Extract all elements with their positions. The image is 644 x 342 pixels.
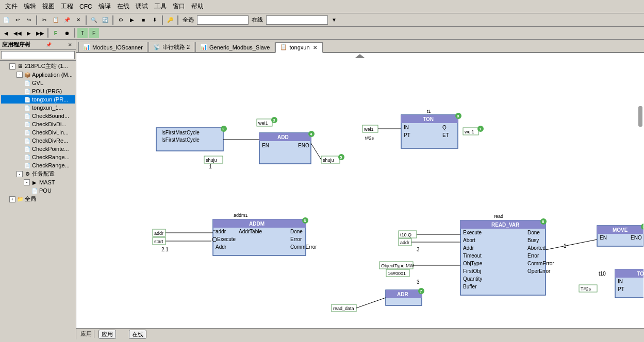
delete-btn[interactable]: ✕ (73, 15, 84, 25)
sidebar-search-input[interactable] (1, 51, 75, 59)
compile-btn[interactable]: ⚙ (115, 15, 126, 25)
tree-label-tongxun: tongxun (PR... (32, 96, 68, 102)
tree-item-pou-mast[interactable]: 📄 POU (1, 186, 75, 195)
t2-toggle1[interactable]: T (77, 28, 88, 38)
menu-file[interactable]: 文件 (2, 1, 21, 12)
t2-btn5[interactable]: F (51, 28, 61, 38)
svg-text:Error: Error (527, 253, 539, 259)
online-input[interactable] (197, 15, 249, 25)
svg-line-42 (311, 143, 321, 160)
menu-window[interactable]: 窗口 (170, 1, 188, 12)
tree-label-checkdivre: CheckDivRe... (32, 138, 68, 144)
svg-rect-177 (638, 106, 642, 127)
sep1 (36, 15, 37, 25)
svg-text:READ_VAR: READ_VAR (491, 222, 520, 228)
search-btn[interactable]: 🔍 (89, 15, 99, 25)
menu-compile[interactable]: 编译 (95, 1, 114, 12)
menu-online[interactable]: 在线 (114, 1, 133, 12)
tree-item-checkrange2[interactable]: 📄 CheckRange... (1, 161, 75, 169)
diagram-canvas[interactable]: wei1 3 IsFirstMastCycle IsFirstMastCycle… (76, 53, 644, 328)
checkdivlin-icon: 📄 (24, 129, 31, 136)
tree-item-pou[interactable]: 📄 POU (PRG) (1, 87, 75, 95)
tree-label-checkbound: CheckBound... (32, 113, 69, 119)
sidebar: 应用程序树 📌 ✕ - 🖥 218PLC主站 (1... - 📦 A (0, 40, 76, 339)
status-online-btn[interactable]: 在线 (129, 330, 146, 339)
tree-item-checkdivlin[interactable]: 📄 CheckDivLin... (1, 128, 75, 136)
cut-btn[interactable]: ✂ (39, 15, 49, 25)
tab-close-tongxun[interactable]: ✕ (312, 45, 318, 50)
svg-text:addr: addr (216, 229, 226, 234)
svg-text:Abort: Abort (463, 237, 475, 243)
menubar: 文件 编辑 视图 工程 CFC 编译 在线 调试 工具 窗口 帮助 (0, 0, 644, 13)
menu-help[interactable]: 帮助 (188, 1, 207, 12)
t2-btn4[interactable]: ▶▶ (35, 28, 45, 38)
svg-text:addm1: addm1 (234, 213, 248, 218)
diagram-svg: wei1 3 IsFirstMastCycle IsFirstMastCycle… (76, 53, 643, 328)
t2-btn6[interactable]: ⏺ (62, 28, 72, 38)
svg-text:Error: Error (290, 236, 302, 242)
dropdown-btn[interactable]: ▼ (329, 15, 339, 25)
replace-btn[interactable]: 🔄 (100, 15, 110, 25)
login-btn[interactable]: 🔑 (165, 15, 175, 25)
new-btn[interactable]: 📄 (1, 15, 11, 25)
svg-text:ENO: ENO (298, 143, 309, 148)
menu-view[interactable]: 视图 (39, 1, 58, 12)
expand-global[interactable]: + (9, 196, 15, 202)
online-value-input[interactable] (266, 15, 328, 25)
paste-btn[interactable]: 📌 (62, 15, 72, 25)
expand-taskconfig[interactable]: - (16, 171, 23, 177)
svg-text:4: 4 (310, 132, 312, 136)
t2-btn3[interactable]: ▶ (24, 28, 34, 38)
tree-item-gvl[interactable]: 📄 GVL (1, 79, 75, 87)
undo-btn[interactable]: ↩ (12, 15, 23, 25)
svg-text:wei1: wei1 (258, 121, 268, 126)
svg-text:wei1: wei1 (364, 127, 374, 132)
tree-item-tongxun[interactable]: 📄 tongxun (PR... (1, 95, 75, 104)
expand-mast[interactable]: - (24, 179, 30, 185)
menu-project[interactable]: 工程 (58, 1, 76, 12)
svg-text:shuju: shuju (323, 158, 334, 163)
tree-item-application[interactable]: - 📦 Application (M... (1, 71, 75, 79)
tree-item-checkpointe[interactable]: 📄 CheckPointe... (1, 145, 75, 153)
sidebar-close-btn[interactable]: ✕ (67, 41, 74, 48)
tree-item-tongxun1[interactable]: 📄 tongxun_1... (1, 104, 75, 112)
t2-btn2[interactable]: ◀◀ (12, 28, 23, 38)
tree-item-checkrange1[interactable]: 📄 CheckRange... (1, 153, 75, 161)
checkpointe-icon: 📄 (24, 145, 31, 152)
menu-edit[interactable]: 编辑 (21, 1, 39, 12)
status-app-btn[interactable]: 应用 (98, 330, 116, 339)
expand-app[interactable]: - (16, 72, 23, 78)
sidebar-tree: - 🖥 218PLC主站 (1... - 📦 Application (M...… (0, 61, 76, 339)
tree-label-checkrange2: CheckRange... (32, 162, 70, 168)
menu-tools[interactable]: 工具 (151, 1, 170, 12)
tree-item-checkdivdi[interactable]: 📄 CheckDivDi... (1, 120, 75, 128)
svg-text:6: 6 (304, 218, 306, 223)
menu-cfc[interactable]: CFC (76, 2, 95, 11)
tree-item-checkdivre[interactable]: 📄 CheckDivRe... (1, 136, 75, 145)
svg-text:PT: PT (618, 286, 624, 292)
t2-btn1[interactable]: ◀ (1, 28, 11, 38)
svg-text:ET: ET (442, 132, 449, 138)
copy-btn[interactable]: 📋 (51, 15, 61, 25)
sidebar-pin-btn[interactable]: 📌 (45, 41, 52, 48)
tab-serial-line[interactable]: 📡 串行线路 2 (148, 42, 194, 52)
t2-toggle2[interactable]: F (89, 28, 99, 38)
redo-btn[interactable]: ↪ (24, 15, 34, 25)
tree-item-checkbound[interactable]: 📄 CheckBound... (1, 112, 75, 120)
tab-generic-modbus[interactable]: 📊 Generic_Modbus_Slave (195, 42, 274, 52)
svg-text:1: 1 (209, 164, 212, 169)
expand-root[interactable]: - (9, 63, 15, 70)
stop-btn[interactable]: ■ (138, 15, 148, 25)
menu-debug[interactable]: 调试 (133, 1, 151, 12)
svg-text:Buffer: Buffer (463, 284, 477, 289)
run-btn[interactable]: ▶ (127, 15, 137, 25)
tree-item-global[interactable]: + 📁 全局 (1, 195, 75, 203)
tree-item-taskconfig[interactable]: - ⚙ 任务配置 (1, 169, 75, 178)
tab-tongxun[interactable]: 📋 tongxun ✕ (275, 42, 322, 53)
tree-item-mast[interactable]: - ▶ MAST (1, 178, 75, 186)
tab-icon-tongxun: 📋 (280, 44, 287, 51)
tab-modbus-ioscanner[interactable]: 📊 Modbus_IOScanner (78, 42, 147, 52)
tree-item-root[interactable]: - 🖥 218PLC主站 (1... (1, 62, 75, 71)
statusbar: 应用 应用 在线 (76, 328, 644, 339)
download-btn[interactable]: ⬇ (150, 15, 160, 25)
